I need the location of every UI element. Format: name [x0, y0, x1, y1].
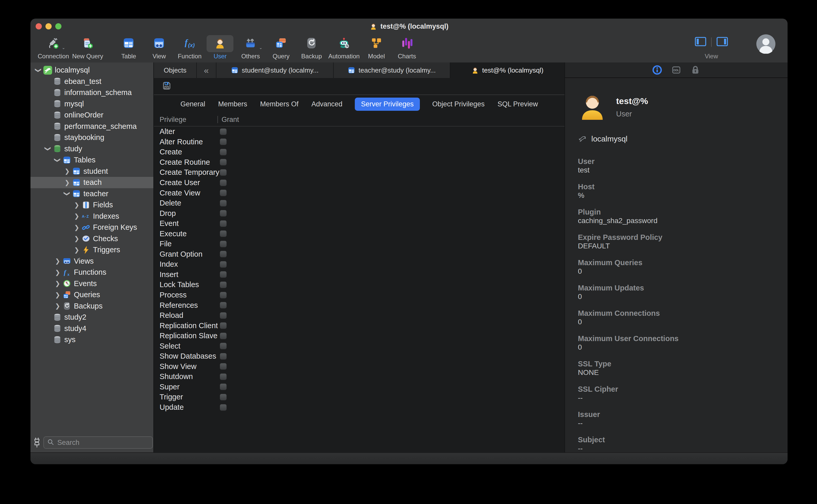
connection-plug-icon[interactable] [33, 437, 41, 448]
toolbar-button-charts[interactable]: Charts [392, 34, 422, 60]
tree-item-triggers[interactable]: ❯Triggers [30, 244, 153, 256]
tree-item-study[interactable]: ❯study [30, 143, 153, 155]
tree-item-onlineorder[interactable]: ❯onlineOrder [30, 109, 153, 121]
tab-test-localmysql[interactable]: test@% (localmysql) [450, 62, 564, 78]
tree-item-mysql[interactable]: ❯mysql [30, 98, 153, 110]
tree-item-localmysql[interactable]: ❯localmysql [30, 65, 153, 76]
grant-checkbox[interactable] [220, 373, 227, 380]
chevron-right-icon[interactable]: ❯ [53, 269, 62, 276]
chevron-right-icon[interactable]: ❯ [72, 224, 82, 231]
tree-item-staybooking[interactable]: ❯staybooking [30, 132, 153, 143]
account-avatar[interactable] [756, 34, 776, 54]
grant-checkbox[interactable] [220, 343, 227, 349]
chevron-right-icon[interactable]: ❯ [53, 291, 62, 298]
toolbar-button-connection[interactable]: ⌄Connection [36, 34, 70, 60]
chevron-right-icon[interactable]: ❯ [53, 280, 62, 287]
grant-checkbox[interactable] [220, 169, 227, 176]
toolbar-button-view[interactable]: View [144, 34, 174, 60]
grant-checkbox[interactable] [220, 363, 227, 370]
grant-checkbox[interactable] [220, 312, 227, 319]
grant-checkbox[interactable] [220, 383, 227, 390]
grant-checkbox[interactable] [220, 149, 227, 155]
tab-student-study-localmy[interactable]: student@study (localmy... [216, 62, 334, 78]
chevron-down-icon[interactable]: ❯ [35, 65, 42, 75]
tree-item-fields[interactable]: ❯Fields [30, 199, 153, 211]
tree-item-teacher[interactable]: ❯teacher [30, 188, 153, 200]
lock-icon[interactable] [690, 64, 701, 76]
toolbar-button-user[interactable]: User [205, 34, 235, 60]
tab-collapse[interactable]: « [197, 62, 216, 78]
tree-item-backups[interactable]: ❯Backups [30, 301, 153, 312]
ddl-icon[interactable]: DDL [671, 64, 682, 76]
grant-checkbox[interactable] [220, 394, 227, 400]
chevron-right-icon[interactable]: ❯ [72, 235, 82, 242]
chevron-right-icon[interactable]: ❯ [62, 179, 72, 186]
info-icon[interactable] [651, 64, 663, 76]
toolbar-button-query[interactable]: Query [266, 34, 296, 60]
toolbar-button-others[interactable]: ⌄Others [235, 34, 266, 60]
tree-item-foreign-keys[interactable]: ❯Foreign Keys [30, 222, 153, 233]
subtab-object-privileges[interactable]: Object Privileges [432, 98, 485, 111]
grant-checkbox[interactable] [220, 159, 227, 166]
grant-checkbox[interactable] [220, 281, 227, 288]
chevron-down-icon[interactable]: ❯ [44, 144, 52, 154]
toolbar-button-backup[interactable]: Backup [296, 34, 327, 60]
grant-checkbox[interactable] [220, 241, 227, 247]
grant-checkbox[interactable] [220, 302, 227, 309]
chevron-right-icon[interactable]: ❯ [53, 302, 62, 310]
subtab-members-of[interactable]: Members Of [260, 98, 299, 111]
zoom-button[interactable] [55, 23, 61, 29]
grant-checkbox[interactable] [220, 138, 227, 145]
grant-checkbox[interactable] [220, 230, 227, 237]
grant-checkbox[interactable] [220, 333, 227, 339]
tree-item-indexes[interactable]: ❯A-ZIndexes [30, 211, 153, 222]
chevron-right-icon[interactable]: ❯ [53, 257, 62, 265]
toggle-right-panel-icon[interactable] [716, 37, 728, 48]
search-box[interactable] [43, 436, 153, 449]
grant-checkbox[interactable] [220, 292, 227, 298]
search-input[interactable] [57, 438, 149, 447]
tree-item-sys[interactable]: ❯sys [30, 334, 153, 345]
chevron-down-icon[interactable]: ❯ [64, 189, 71, 199]
toolbar-button-table[interactable]: Table [113, 34, 144, 60]
tree-item-performance-schema[interactable]: ❯performance_schema [30, 121, 153, 132]
grant-checkbox[interactable] [220, 210, 227, 217]
chevron-right-icon[interactable]: ❯ [72, 212, 82, 220]
grant-checkbox[interactable] [220, 220, 227, 227]
grant-checkbox[interactable] [220, 322, 227, 329]
chevron-right-icon[interactable]: ❯ [72, 246, 82, 254]
tree-item-checks[interactable]: ❯Checks [30, 233, 153, 245]
subtab-server-privileges[interactable]: Server Privileges [355, 98, 420, 111]
chevron-down-icon[interactable]: ❯ [54, 155, 61, 165]
tab-teacher-study-localmy[interactable]: teacher@study (localmy... [334, 62, 450, 78]
grant-checkbox[interactable] [220, 128, 227, 135]
tab-objects[interactable]: Objects [154, 62, 197, 78]
toolbar-button-automation[interactable]: Automation [327, 34, 361, 60]
subtab-advanced[interactable]: Advanced [311, 98, 343, 111]
tree-item-queries[interactable]: ❯Queries [30, 289, 153, 301]
grant-checkbox[interactable] [220, 200, 227, 207]
grant-checkbox[interactable] [220, 261, 227, 268]
subtab-general[interactable]: General [180, 98, 206, 111]
tree-item-tables[interactable]: ❯Tables [30, 154, 153, 166]
grant-checkbox[interactable] [220, 404, 227, 411]
tree-item-events[interactable]: ❯Events [30, 278, 153, 289]
tree-item-ebean-test[interactable]: ❯ebean_test [30, 76, 153, 87]
grant-checkbox[interactable] [220, 179, 227, 186]
close-button[interactable] [36, 23, 42, 29]
grant-checkbox[interactable] [220, 353, 227, 360]
tree-item-student[interactable]: ❯student [30, 166, 153, 177]
tree-item-information-schema[interactable]: ❯information_schema [30, 87, 153, 98]
minimize-button[interactable] [45, 23, 52, 29]
toggle-left-panel-icon[interactable] [695, 37, 706, 48]
tree-item-views[interactable]: ❯Views [30, 256, 153, 267]
tree-item-functions[interactable]: ❯fxFunctions [30, 267, 153, 278]
save-icon[interactable] [162, 81, 171, 92]
grant-checkbox[interactable] [220, 251, 227, 257]
tree-item-study4[interactable]: ❯study4 [30, 323, 153, 334]
chevron-right-icon[interactable]: ❯ [62, 168, 72, 175]
subtab-sql-preview[interactable]: SQL Preview [497, 98, 539, 111]
chevron-right-icon[interactable]: ❯ [72, 201, 82, 209]
subtab-members[interactable]: Members [218, 98, 248, 111]
tree-item-study2[interactable]: ❯study2 [30, 312, 153, 323]
